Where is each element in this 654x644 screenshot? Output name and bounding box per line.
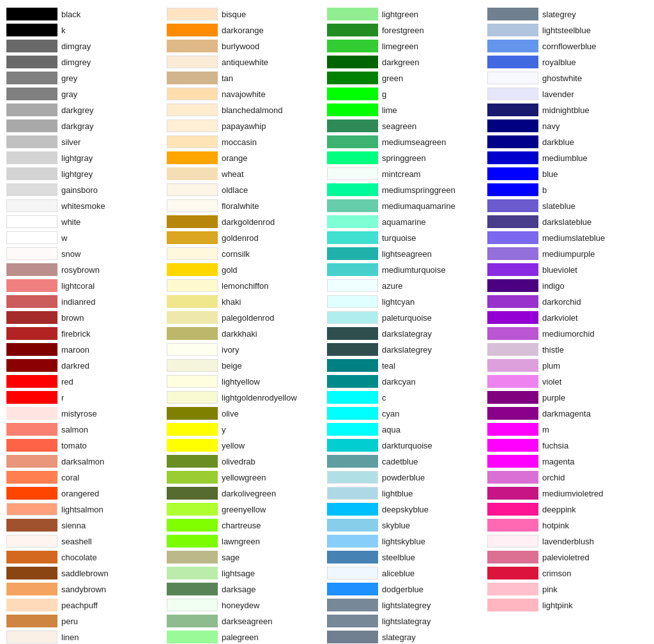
- color-row: mediumspringgreen: [327, 182, 487, 197]
- color-row: lightyellow: [167, 374, 327, 389]
- color-swatch: [487, 56, 538, 68]
- color-swatch: [167, 231, 218, 244]
- color-name-label: darkgreen: [382, 57, 420, 67]
- color-name-label: turquoise: [382, 233, 416, 243]
- color-name-label: darkkhaki: [222, 329, 257, 339]
- color-swatch: [167, 327, 218, 340]
- color-row: black: [6, 6, 167, 22]
- color-swatch: [6, 24, 57, 36]
- color-swatch: [6, 359, 57, 372]
- color-swatch: [167, 88, 218, 100]
- color-name-label: lime: [382, 105, 397, 115]
- color-name-label: yellowgreen: [222, 473, 266, 482]
- color-swatch: [6, 615, 57, 627]
- color-name-label: sandybrown: [61, 585, 106, 594]
- color-row: indigo: [487, 278, 648, 293]
- color-row: darkkhaki: [167, 326, 327, 341]
- color-name-label: maroon: [61, 345, 89, 355]
- color-row: mediumturquoise: [327, 262, 487, 277]
- color-name-label: mediumblue: [542, 153, 588, 163]
- color-name-label: bisque: [222, 10, 246, 19]
- color-swatch: [6, 583, 57, 595]
- color-row: sandybrown: [6, 581, 167, 597]
- color-name-label: silver: [61, 137, 80, 147]
- color-name-label: b: [542, 185, 547, 195]
- color-row: limegreen: [327, 38, 487, 54]
- color-name-label: orchid: [542, 473, 565, 482]
- column-4: slategreylightsteelbluecornflowerblueroy…: [487, 6, 648, 644]
- color-row: tomato: [6, 438, 167, 453]
- color-row: aqua: [327, 422, 487, 437]
- color-name-label: darkslateblue: [542, 217, 591, 227]
- color-swatch: [327, 279, 378, 292]
- color-swatch: [6, 295, 57, 308]
- color-swatch: [327, 135, 378, 148]
- color-name-label: lightcoral: [61, 281, 95, 291]
- color-name-label: lemonchiffon: [222, 281, 268, 291]
- color-row: crimson: [487, 565, 648, 581]
- color-row: fuchsia: [487, 438, 648, 453]
- color-swatch: [487, 359, 538, 372]
- column-3: lightgreenforestgreenlimegreendarkgreeng…: [327, 6, 487, 644]
- color-name-label: m: [542, 425, 549, 434]
- color-swatch: [167, 279, 218, 292]
- color-swatch: [327, 359, 378, 372]
- color-row: mediumorchid: [487, 326, 648, 341]
- color-row: navajowhite: [167, 86, 327, 102]
- color-swatch: [167, 519, 218, 532]
- color-swatch: [327, 439, 378, 452]
- color-row: olivedrab: [167, 454, 327, 469]
- color-row: greenyellow: [167, 502, 327, 517]
- color-row: aquamarine: [327, 214, 487, 229]
- color-row: orange: [167, 150, 327, 165]
- color-name-label: k: [61, 26, 66, 35]
- color-row: seashell: [6, 533, 167, 549]
- color-name-label: darkviolet: [542, 313, 578, 323]
- color-name-label: seashell: [61, 537, 92, 546]
- color-name-label: powderblue: [382, 473, 425, 482]
- color-swatch: [167, 263, 218, 276]
- color-row: darksage: [167, 581, 327, 597]
- color-row: maroon: [6, 342, 167, 357]
- color-row: peru: [6, 613, 167, 629]
- color-swatch: [487, 231, 538, 244]
- color-row: y: [167, 422, 327, 437]
- color-row: darkgoldenrod: [167, 214, 327, 229]
- color-row: navy: [487, 118, 648, 134]
- color-name-label: lightsalmon: [61, 505, 103, 514]
- color-row: burlywood: [167, 38, 327, 54]
- color-name-label: lightgray: [61, 153, 93, 163]
- color-swatch: [487, 455, 538, 468]
- color-swatch: [327, 487, 378, 500]
- color-swatch: [6, 487, 57, 500]
- color-swatch: [167, 167, 218, 180]
- color-row: midnightblue: [487, 102, 648, 118]
- color-name-label: mediumseagreen: [382, 137, 446, 147]
- color-swatch: [487, 423, 538, 436]
- color-name-label: wheat: [222, 169, 244, 179]
- color-name-label: mediumslateblue: [542, 233, 605, 243]
- color-name-label: yellow: [222, 441, 245, 450]
- color-name-label: blueviolet: [542, 265, 577, 275]
- color-name-label: g: [382, 89, 386, 99]
- color-swatch: [6, 231, 57, 244]
- color-swatch: [6, 391, 57, 404]
- color-row: antiquewhite: [167, 54, 327, 70]
- color-name-label: goldenrod: [222, 233, 259, 243]
- color-swatch: [487, 247, 538, 260]
- color-row: mistyrose: [6, 406, 167, 421]
- color-name-label: lightblue: [382, 489, 413, 498]
- color-row: cornsilk: [167, 246, 327, 261]
- color-name-label: y: [222, 425, 226, 434]
- color-row: lightpink: [487, 597, 648, 613]
- color-row: aliceblue: [327, 565, 487, 581]
- color-row: brown: [6, 310, 167, 325]
- color-row: rosybrown: [6, 262, 167, 277]
- color-name-label: navy: [542, 121, 559, 131]
- color-row: orangered: [6, 486, 167, 501]
- color-name-label: blue: [542, 169, 558, 179]
- color-name-label: mediumpurple: [542, 249, 595, 259]
- color-swatch: [327, 407, 378, 420]
- color-name-label: lightslategray: [382, 617, 431, 626]
- color-row: darkslategrey: [327, 342, 487, 357]
